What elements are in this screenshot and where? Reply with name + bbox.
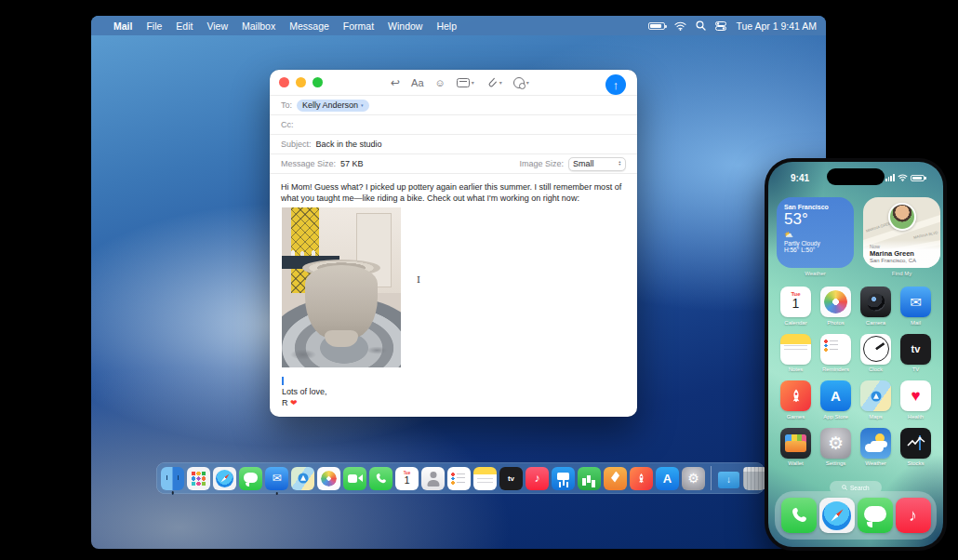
menu-format[interactable]: Format xyxy=(343,20,374,32)
iphone-clock: 9:41 xyxy=(791,173,809,183)
control-center-icon[interactable] xyxy=(715,21,726,31)
menu-edit[interactable]: Edit xyxy=(176,20,193,32)
dock-icon-safari[interactable] xyxy=(213,467,236,490)
dock-icon-pages[interactable] xyxy=(604,467,627,490)
stocks-chart-icon xyxy=(900,428,931,459)
cellular-signal-icon xyxy=(885,174,895,181)
close-window-button[interactable] xyxy=(279,77,289,87)
app-grid: Tue1Calendar Photos Camera ✉Mail Notes R… xyxy=(768,276,943,466)
app-notes[interactable]: Notes xyxy=(776,334,816,373)
menu-bar-clock[interactable]: Tue Apr 1 9:41 AM xyxy=(736,20,817,32)
message-body[interactable]: Hi Mom! Guess what? I picked up pottery … xyxy=(270,173,637,407)
to-field[interactable]: To: Kelly Anderson▾ xyxy=(270,95,637,114)
app-health[interactable]: ♥Health xyxy=(896,380,936,420)
memoji-avatar xyxy=(888,203,916,231)
pottery-photo-attachment[interactable] xyxy=(282,207,401,367)
dock-icon-maps[interactable] xyxy=(291,467,314,490)
app-stocks[interactable]: Stocks xyxy=(896,428,936,467)
dock-icon-calendar[interactable]: Tue1 xyxy=(395,467,419,490)
app-photos[interactable]: Photos xyxy=(816,287,856,326)
dock-icon-contacts[interactable] xyxy=(421,467,445,490)
undo-button[interactable]: ↩ xyxy=(391,76,400,89)
dock-icon-music[interactable]: ♪ xyxy=(526,467,549,490)
minimize-window-button[interactable] xyxy=(296,77,306,87)
dock-icon-trash[interactable] xyxy=(743,467,766,490)
dock-icon-games[interactable] xyxy=(630,467,653,490)
zoom-window-button[interactable] xyxy=(313,77,323,87)
menu-bar-status: Tue Apr 1 9:41 AM xyxy=(648,20,817,32)
maps-app-icon xyxy=(860,380,891,411)
recipient-pill[interactable]: Kelly Anderson▾ xyxy=(297,100,369,112)
weather-widget[interactable]: San Francisco 53° ⛅ Partly Cloudy H:56° … xyxy=(777,197,854,268)
iphone-device: 9:41 San Francisco 53° ⛅ Partly Cloudy H… xyxy=(765,158,947,551)
emoji-button[interactable]: ☺ xyxy=(435,77,446,88)
subject-field[interactable]: Subject: Back in the studio xyxy=(270,134,637,153)
window-titlebar[interactable]: ↩ Aa ☺ ▾ ▾ ▾ ↑ xyxy=(270,70,637,95)
menu-help[interactable]: Help xyxy=(436,20,457,32)
app-settings[interactable]: ⚙Settings xyxy=(816,428,856,467)
send-button[interactable]: ↑ xyxy=(605,74,626,95)
dock-icon-tv[interactable]: tv xyxy=(499,467,523,490)
app-label: Notes xyxy=(789,367,804,372)
search-icon[interactable] xyxy=(696,20,706,31)
insert-media-button[interactable]: ▾ xyxy=(513,77,529,88)
dock-icon-finder[interactable] xyxy=(161,467,184,490)
weather-city: San Francisco xyxy=(784,204,846,210)
dock-icon-reminders[interactable] xyxy=(447,467,471,490)
wallet-app-icon xyxy=(780,428,811,459)
app-mail[interactable]: ✉Mail xyxy=(896,287,936,326)
text-cursor-ibeam: I xyxy=(415,274,422,285)
map-street-name: MARINA BLVD xyxy=(913,230,938,239)
envelope-icon: ✉ xyxy=(900,287,931,317)
menu-mail[interactable]: Mail xyxy=(113,20,132,32)
reminders-app-icon xyxy=(820,334,851,365)
rocket-icon xyxy=(630,467,653,490)
search-icon xyxy=(842,485,847,490)
iphone-dock-phone[interactable] xyxy=(781,498,817,533)
attach-file-button[interactable]: ▾ xyxy=(486,76,502,88)
app-games[interactable]: Games xyxy=(776,380,816,420)
dock-icon-photos[interactable] xyxy=(317,467,340,490)
menu-window[interactable]: Window xyxy=(388,20,422,32)
menu-items: Mail File Edit View Mailbox Message Form… xyxy=(113,20,457,32)
cc-field[interactable]: Cc: xyxy=(270,114,637,134)
wifi-icon[interactable] xyxy=(674,21,686,31)
app-reminders[interactable]: Reminders xyxy=(816,334,856,373)
menu-file[interactable]: File xyxy=(146,20,162,32)
dock-icon-messages[interactable] xyxy=(239,467,262,490)
app-app-store[interactable]: AApp Store xyxy=(816,380,856,420)
app-clock[interactable]: Clock xyxy=(856,334,896,373)
menu-message[interactable]: Message xyxy=(289,20,329,32)
menu-mailbox[interactable]: Mailbox xyxy=(242,20,275,32)
dock-icon-keynote[interactable] xyxy=(552,467,575,490)
app-tv[interactable]: tvTV xyxy=(896,334,936,373)
photo-shelf-pots xyxy=(286,248,332,256)
iphone-dock-music[interactable]: ♪ xyxy=(896,498,931,533)
image-size-select[interactable]: Small▲▼ xyxy=(568,157,626,171)
app-weather[interactable]: Weather xyxy=(856,428,896,467)
iphone-dock-messages[interactable] xyxy=(858,498,893,533)
dock-icon-launchpad[interactable] xyxy=(187,467,210,490)
findmy-widget[interactable]: MARINA GREEN DR MARINA BLVD Now Marina G… xyxy=(863,197,940,268)
partly-cloudy-icon: ⛅ xyxy=(784,231,846,239)
dock-icon-facetime[interactable] xyxy=(343,467,366,490)
dynamic-island xyxy=(827,168,885,185)
app-maps[interactable]: Maps xyxy=(856,380,896,420)
header-fields-button[interactable]: ▾ xyxy=(457,78,474,87)
text-format-button[interactable]: Aa xyxy=(411,77,423,88)
dock-icon-mail[interactable]: ✉ xyxy=(265,467,288,490)
dock-icon-notes[interactable] xyxy=(473,467,497,490)
iphone-dock-safari[interactable] xyxy=(819,498,855,533)
dock-icon-app-store[interactable]: A xyxy=(656,467,679,490)
message-size-value: 57 KB xyxy=(340,159,364,168)
dock-icon-downloads[interactable] xyxy=(717,467,740,490)
battery-icon[interactable] xyxy=(648,22,665,30)
dock-icon-settings[interactable]: ⚙ xyxy=(682,467,705,490)
menu-view[interactable]: View xyxy=(206,20,228,32)
camera-app-icon xyxy=(860,287,891,317)
app-wallet[interactable]: Wallet xyxy=(776,428,816,467)
dock-icon-phone[interactable] xyxy=(369,467,393,490)
app-calendar[interactable]: Tue1Calendar xyxy=(776,287,816,326)
dock-icon-numbers[interactable] xyxy=(578,467,601,490)
app-camera[interactable]: Camera xyxy=(856,287,896,326)
